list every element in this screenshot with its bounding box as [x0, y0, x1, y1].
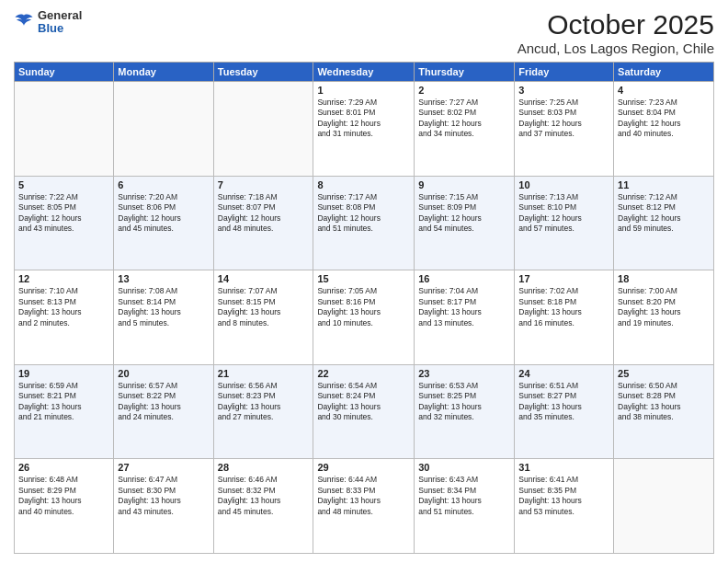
calendar-row: 1Sunrise: 7:29 AMSunset: 8:01 PMDaylight…	[15, 82, 714, 177]
cell-info: Sunrise: 6:44 AMSunset: 8:33 PMDaylight:…	[317, 475, 410, 517]
calendar-cell: 28Sunrise: 6:46 AMSunset: 8:32 PMDayligh…	[213, 459, 313, 554]
day-number: 2	[418, 85, 510, 96]
cell-info: Sunrise: 7:25 AMSunset: 8:03 PMDaylight:…	[518, 98, 609, 140]
calendar-cell: 4Sunrise: 7:23 AMSunset: 8:04 PMDaylight…	[614, 82, 714, 177]
calendar-cell: 16Sunrise: 7:04 AMSunset: 8:17 PMDayligh…	[415, 270, 515, 365]
cell-info: Sunrise: 7:05 AMSunset: 8:16 PMDaylight:…	[317, 286, 410, 328]
calendar-cell: 1Sunrise: 7:29 AMSunset: 8:01 PMDaylight…	[313, 82, 415, 177]
day-number: 18	[618, 273, 710, 284]
calendar-cell: 18Sunrise: 7:00 AMSunset: 8:20 PMDayligh…	[614, 270, 714, 365]
day-number: 27	[118, 462, 209, 473]
calendar: SundayMondayTuesdayWednesdayThursdayFrid…	[14, 62, 714, 554]
calendar-cell	[114, 82, 213, 177]
cell-info: Sunrise: 6:41 AMSunset: 8:35 PMDaylight:…	[518, 475, 609, 517]
page: General Blue October 2025 Ancud, Los Lag…	[0, 0, 728, 563]
calendar-cell: 24Sunrise: 6:51 AMSunset: 8:27 PMDayligh…	[515, 364, 614, 459]
calendar-cell: 27Sunrise: 6:47 AMSunset: 8:30 PMDayligh…	[114, 459, 213, 554]
cell-info: Sunrise: 6:47 AMSunset: 8:30 PMDaylight:…	[118, 475, 209, 517]
cell-info: Sunrise: 6:50 AMSunset: 8:28 PMDaylight:…	[618, 381, 710, 423]
cell-info: Sunrise: 7:27 AMSunset: 8:02 PMDaylight:…	[418, 98, 510, 140]
calendar-cell: 11Sunrise: 7:12 AMSunset: 8:12 PMDayligh…	[614, 176, 714, 270]
calendar-cell: 15Sunrise: 7:05 AMSunset: 8:16 PMDayligh…	[313, 270, 415, 365]
cell-info: Sunrise: 7:12 AMSunset: 8:12 PMDaylight:…	[618, 192, 710, 235]
calendar-row: 12Sunrise: 7:10 AMSunset: 8:13 PMDayligh…	[15, 270, 714, 365]
day-number: 4	[618, 85, 710, 96]
day-number: 14	[218, 273, 310, 284]
cell-info: Sunrise: 7:29 AMSunset: 8:01 PMDaylight:…	[317, 98, 410, 140]
calendar-cell: 22Sunrise: 6:54 AMSunset: 8:24 PMDayligh…	[313, 364, 415, 459]
cell-info: Sunrise: 7:10 AMSunset: 8:13 PMDaylight:…	[18, 286, 109, 328]
cell-info: Sunrise: 7:23 AMSunset: 8:04 PMDaylight:…	[618, 98, 710, 140]
day-number: 13	[118, 273, 209, 284]
day-number: 29	[317, 462, 410, 473]
calendar-cell: 14Sunrise: 7:07 AMSunset: 8:15 PMDayligh…	[213, 270, 313, 365]
cell-info: Sunrise: 7:07 AMSunset: 8:15 PMDaylight:…	[218, 286, 310, 328]
calendar-cell: 26Sunrise: 6:48 AMSunset: 8:29 PMDayligh…	[15, 459, 114, 554]
calendar-cell: 6Sunrise: 7:20 AMSunset: 8:06 PMDaylight…	[114, 176, 213, 270]
cell-info: Sunrise: 7:02 AMSunset: 8:18 PMDaylight:…	[518, 286, 609, 328]
cell-info: Sunrise: 6:51 AMSunset: 8:27 PMDaylight:…	[518, 381, 609, 423]
cell-info: Sunrise: 6:54 AMSunset: 8:24 PMDaylight:…	[317, 381, 410, 423]
day-number: 6	[118, 179, 209, 190]
calendar-cell: 17Sunrise: 7:02 AMSunset: 8:18 PMDayligh…	[515, 270, 614, 365]
calendar-weekday-monday: Monday	[114, 63, 213, 82]
day-number: 5	[18, 179, 109, 190]
cell-info: Sunrise: 7:04 AMSunset: 8:17 PMDaylight:…	[418, 286, 510, 328]
logo-general: General	[38, 9, 82, 22]
calendar-cell: 9Sunrise: 7:15 AMSunset: 8:09 PMDaylight…	[415, 176, 515, 270]
cell-info: Sunrise: 6:56 AMSunset: 8:23 PMDaylight:…	[218, 381, 310, 423]
day-number: 22	[317, 368, 410, 379]
cell-info: Sunrise: 6:57 AMSunset: 8:22 PMDaylight:…	[118, 381, 209, 423]
calendar-cell	[15, 82, 114, 177]
cell-info: Sunrise: 6:59 AMSunset: 8:21 PMDaylight:…	[18, 381, 109, 423]
day-number: 19	[18, 368, 109, 379]
day-number: 8	[317, 179, 410, 190]
day-number: 30	[418, 462, 510, 473]
calendar-cell: 30Sunrise: 6:43 AMSunset: 8:34 PMDayligh…	[415, 459, 515, 554]
day-number: 26	[18, 462, 109, 473]
cell-info: Sunrise: 7:17 AMSunset: 8:08 PMDaylight:…	[317, 192, 410, 235]
calendar-weekday-sunday: Sunday	[15, 63, 114, 82]
day-number: 11	[618, 179, 710, 190]
calendar-header-row: SundayMondayTuesdayWednesdayThursdayFrid…	[15, 63, 714, 82]
day-number: 24	[518, 368, 609, 379]
calendar-cell: 10Sunrise: 7:13 AMSunset: 8:10 PMDayligh…	[515, 176, 614, 270]
logo-text: General Blue	[38, 9, 82, 36]
cell-info: Sunrise: 7:15 AMSunset: 8:09 PMDaylight:…	[418, 192, 510, 235]
calendar-cell: 25Sunrise: 6:50 AMSunset: 8:28 PMDayligh…	[614, 364, 714, 459]
header: General Blue October 2025 Ancud, Los Lag…	[14, 9, 714, 56]
cell-info: Sunrise: 7:18 AMSunset: 8:07 PMDaylight:…	[218, 192, 310, 235]
day-number: 25	[618, 368, 710, 379]
day-number: 15	[317, 273, 410, 284]
day-number: 3	[518, 85, 609, 96]
calendar-row: 19Sunrise: 6:59 AMSunset: 8:21 PMDayligh…	[15, 364, 714, 459]
logo-bird-icon	[14, 12, 34, 32]
calendar-cell: 29Sunrise: 6:44 AMSunset: 8:33 PMDayligh…	[313, 459, 415, 554]
day-number: 31	[518, 462, 609, 473]
day-number: 1	[317, 85, 410, 96]
calendar-cell: 8Sunrise: 7:17 AMSunset: 8:08 PMDaylight…	[313, 176, 415, 270]
calendar-weekday-saturday: Saturday	[614, 63, 714, 82]
calendar-cell: 5Sunrise: 7:22 AMSunset: 8:05 PMDaylight…	[15, 176, 114, 270]
calendar-cell: 23Sunrise: 6:53 AMSunset: 8:25 PMDayligh…	[415, 364, 515, 459]
cell-info: Sunrise: 7:20 AMSunset: 8:06 PMDaylight:…	[118, 192, 209, 235]
calendar-cell	[213, 82, 313, 177]
day-number: 20	[118, 368, 209, 379]
day-number: 9	[418, 179, 510, 190]
calendar-weekday-friday: Friday	[515, 63, 614, 82]
day-number: 7	[218, 179, 310, 190]
cell-info: Sunrise: 6:48 AMSunset: 8:29 PMDaylight:…	[18, 475, 109, 517]
cell-info: Sunrise: 7:08 AMSunset: 8:14 PMDaylight:…	[118, 286, 209, 328]
calendar-cell: 7Sunrise: 7:18 AMSunset: 8:07 PMDaylight…	[213, 176, 313, 270]
calendar-cell	[614, 459, 714, 554]
calendar-cell: 19Sunrise: 6:59 AMSunset: 8:21 PMDayligh…	[15, 364, 114, 459]
calendar-weekday-thursday: Thursday	[415, 63, 515, 82]
calendar-cell: 31Sunrise: 6:41 AMSunset: 8:35 PMDayligh…	[515, 459, 614, 554]
day-number: 23	[418, 368, 510, 379]
calendar-cell: 13Sunrise: 7:08 AMSunset: 8:14 PMDayligh…	[114, 270, 213, 365]
day-number: 10	[518, 179, 609, 190]
calendar-weekday-tuesday: Tuesday	[213, 63, 313, 82]
cell-info: Sunrise: 7:00 AMSunset: 8:20 PMDaylight:…	[618, 286, 710, 328]
day-number: 16	[418, 273, 510, 284]
cell-info: Sunrise: 6:46 AMSunset: 8:32 PMDaylight:…	[218, 475, 310, 517]
